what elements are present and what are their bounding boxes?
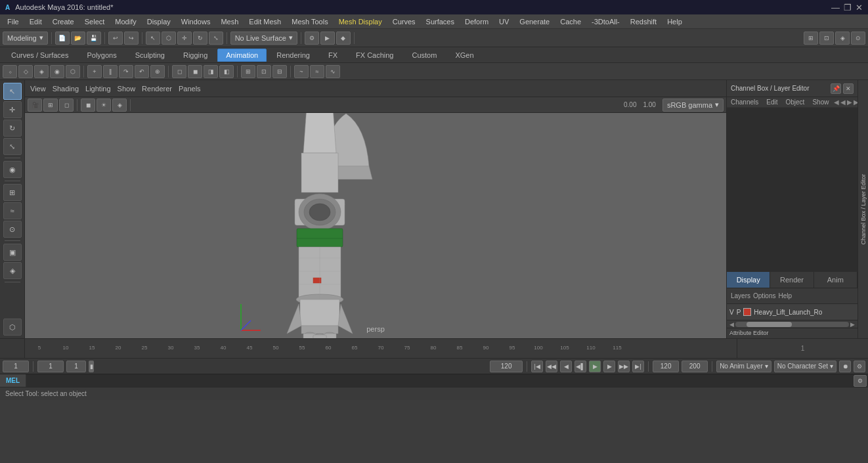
move-tool-btn[interactable]: ✛ — [177, 32, 192, 45]
save-scene-btn[interactable]: 💾 — [87, 32, 101, 45]
prev-frame-btn[interactable]: ◀ — [560, 361, 572, 372]
tb2-ghost4-btn[interactable]: ◧ — [219, 65, 234, 78]
channel-box-vtab[interactable]: Channel Box / Layer Editor — [859, 169, 868, 250]
lasso-tool-btn[interactable]: ⬡ — [162, 32, 176, 45]
tb2-anim3-btn[interactable]: ↷ — [119, 65, 133, 78]
tb2-key5-btn[interactable]: ⬡ — [66, 65, 80, 78]
menu-windows[interactable]: Windows — [177, 16, 215, 27]
snap2-btn[interactable]: ◈ — [835, 32, 850, 45]
layer-p-label[interactable]: P — [737, 309, 741, 316]
layers-menu-item[interactable]: Layers — [731, 292, 750, 299]
maximize-button[interactable]: ❐ — [844, 3, 852, 12]
frame-step-input[interactable] — [66, 361, 86, 372]
snap-btn[interactable]: ⊡ — [819, 32, 834, 45]
play-fwd-btn[interactable]: ▶ — [589, 361, 601, 372]
gamma-dropdown[interactable]: sRGB gamma ▾ — [662, 99, 724, 112]
tb2-curve3-btn[interactable]: ∿ — [326, 65, 340, 78]
tb2-key-btn[interactable]: ⬦ — [3, 65, 17, 78]
tb2-con3-btn[interactable]: ⊟ — [272, 65, 287, 78]
tb2-anim2-btn[interactable]: ‖ — [103, 65, 118, 78]
rp-close-btn[interactable]: ✕ — [843, 83, 854, 94]
scroll-right-arrow[interactable]: ▶ — [849, 321, 856, 328]
vp-wire-btn[interactable]: ◻ — [59, 99, 74, 112]
tb2-curve2-btn[interactable]: ≈ — [310, 65, 324, 78]
tab-polygons[interactable]: Polygons — [78, 49, 125, 62]
rp-arrow2[interactable]: ◀ — [840, 99, 846, 106]
tb2-con1-btn[interactable]: ⊞ — [241, 65, 255, 78]
edit-menu[interactable]: Edit — [762, 97, 781, 107]
redo-btn[interactable]: ↪ — [124, 32, 139, 45]
tb2-anim4-btn[interactable]: ↶ — [135, 65, 149, 78]
next-frame-btn[interactable]: ▶ — [603, 361, 615, 372]
tab-xgen[interactable]: XGen — [446, 49, 482, 62]
viewport-canvas[interactable]: persp — [25, 113, 726, 338]
menu-mesh-tools[interactable]: Mesh Tools — [287, 16, 332, 27]
settings-btn[interactable]: ⚙ — [854, 361, 865, 372]
anim-layer-dropdown[interactable]: No Anim Layer ▾ — [716, 361, 771, 372]
render-settings-btn[interactable]: ⚙ — [305, 32, 319, 45]
menu-deform[interactable]: Deform — [460, 16, 493, 27]
options-menu-item[interactable]: Options — [753, 292, 775, 299]
menu-edit-mesh[interactable]: Edit Mesh — [244, 16, 286, 27]
grid-btn[interactable]: ⊞ — [804, 32, 818, 45]
render-btn[interactable]: ▶ — [320, 32, 335, 45]
tab-sculpting[interactable]: Sculpting — [127, 49, 173, 62]
open-scene-btn[interactable]: 📂 — [71, 32, 85, 45]
menu-generate[interactable]: Generate — [515, 16, 554, 27]
attr-editor-tab[interactable]: Attribute Editor — [727, 328, 771, 338]
vp-light-btn[interactable]: ☀ — [97, 99, 111, 112]
go-end-btn[interactable]: ▶| — [632, 361, 644, 372]
tab-fx[interactable]: FX — [320, 49, 346, 62]
layer-v-label[interactable]: V — [729, 309, 734, 316]
current-frame-input[interactable] — [3, 361, 29, 372]
menu-curves[interactable]: Curves — [388, 16, 420, 27]
select-tool-btn[interactable]: ↖ — [146, 32, 160, 45]
tb2-ghost1-btn[interactable]: ◻ — [172, 65, 186, 78]
workspace-dropdown[interactable]: Modeling ▾ — [3, 32, 48, 45]
undo-btn[interactable]: ↩ — [108, 32, 123, 45]
show-menu[interactable]: Show — [118, 85, 136, 93]
vp-cam-btn[interactable]: 🎥 — [28, 99, 42, 112]
tb2-ghost3-btn[interactable]: ◨ — [204, 65, 218, 78]
menu-modify[interactable]: Modify — [110, 16, 141, 27]
title-controls[interactable]: — ❐ ✕ — [831, 3, 863, 12]
view-menu[interactable]: View — [30, 85, 46, 93]
menu-mesh-display[interactable]: Mesh Display — [334, 16, 387, 27]
rotate-tool-btn[interactable]: ↻ — [193, 32, 207, 45]
isolate-select[interactable]: ▣ — [3, 244, 22, 261]
rp-tab-render[interactable]: Render — [770, 272, 814, 288]
menu-uv[interactable]: UV — [494, 16, 513, 27]
max-frame-input[interactable] — [653, 361, 679, 372]
scroll-track[interactable] — [735, 322, 849, 327]
play-back-btn[interactable]: ◀▌ — [575, 361, 586, 372]
timeline-track[interactable]: 5 10 15 20 25 30 35 40 45 50 55 60 65 70… — [25, 339, 737, 358]
menu-file[interactable]: File — [3, 16, 24, 27]
tab-rendering[interactable]: Rendering — [268, 49, 318, 62]
close-button[interactable]: ✕ — [856, 3, 863, 12]
nolive-dropdown[interactable]: No Live Surface ▾ — [230, 32, 297, 45]
object-menu[interactable]: Object — [782, 97, 809, 107]
tab-custom[interactable]: Custom — [404, 49, 446, 62]
next-key-btn[interactable]: ▶▶ — [618, 361, 630, 372]
tb2-key2-btn[interactable]: ◇ — [18, 65, 33, 78]
vp-tex-btn[interactable]: ◈ — [112, 99, 127, 112]
tb2-anim1-btn[interactable]: + — [87, 65, 102, 78]
xray-btn[interactable]: ⬡ — [3, 319, 22, 336]
menu-display[interactable]: Display — [142, 16, 175, 27]
menu-mesh[interactable]: Mesh — [216, 16, 243, 27]
show-hide[interactable]: ◈ — [3, 262, 22, 279]
channels-menu[interactable]: Channels — [727, 97, 762, 107]
rotate-tool[interactable]: ↻ — [3, 120, 22, 137]
tb2-anim5-btn[interactable]: ⊕ — [150, 65, 165, 78]
menu-surfaces[interactable]: Surfaces — [422, 16, 459, 27]
show-menu2[interactable]: Show — [808, 97, 833, 107]
cmd-settings-btn[interactable]: ⚙ — [854, 375, 867, 387]
menu-redshift[interactable]: Redshift — [626, 16, 661, 27]
scale-tool-btn[interactable]: ⤡ — [209, 32, 223, 45]
max-frame2-input[interactable] — [682, 361, 708, 372]
panels-menu[interactable]: Panels — [179, 85, 201, 93]
menu-cache[interactable]: Cache — [555, 16, 586, 27]
scale-tool[interactable]: ⤡ — [3, 138, 22, 155]
rp-arrow3[interactable]: ▶ — [847, 99, 852, 106]
prev-key-btn[interactable]: ◀◀ — [546, 361, 557, 372]
